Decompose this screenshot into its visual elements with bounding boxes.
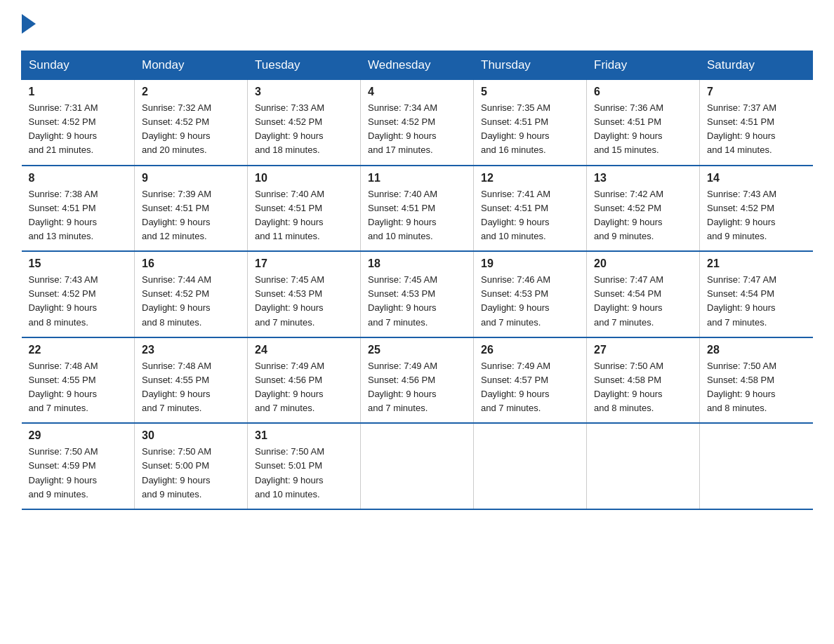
- day-number: 18: [368, 257, 466, 270]
- daylight-minutes: and 15 minutes.: [594, 145, 659, 155]
- day-info: Sunrise: 7:37 AM Sunset: 4:51 PM Dayligh…: [707, 101, 806, 158]
- sunrise-label: Sunrise: 7:43 AM: [29, 274, 98, 285]
- calendar-cell: [700, 423, 813, 509]
- sunset-label: Sunset: 4:59 PM: [29, 460, 96, 471]
- day-number: 17: [255, 257, 353, 270]
- day-info: Sunrise: 7:43 AM Sunset: 4:52 PM Dayligh…: [29, 273, 128, 330]
- sunset-label: Sunset: 4:52 PM: [29, 288, 96, 299]
- day-info: Sunrise: 7:35 AM Sunset: 4:51 PM Dayligh…: [481, 101, 579, 158]
- sunset-label: Sunset: 4:51 PM: [255, 203, 322, 213]
- weekday-header-sunday: Sunday: [22, 51, 135, 80]
- daylight-minutes: and 9 minutes.: [594, 231, 654, 241]
- daylight-minutes: and 9 minutes.: [142, 489, 201, 499]
- day-number: 2: [142, 86, 240, 98]
- day-info: Sunrise: 7:43 AM Sunset: 4:52 PM Dayligh…: [707, 187, 806, 244]
- sunrise-label: Sunrise: 7:49 AM: [255, 361, 324, 371]
- daylight-minutes: and 7 minutes.: [481, 403, 541, 413]
- daylight-minutes: and 10 minutes.: [481, 231, 546, 241]
- daylight-label: Daylight: 9 hours: [29, 475, 98, 485]
- sunset-label: Sunset: 4:51 PM: [594, 116, 661, 127]
- calendar-cell: 10 Sunrise: 7:40 AM Sunset: 4:51 PM Dayl…: [248, 166, 361, 252]
- day-info: Sunrise: 7:39 AM Sunset: 4:51 PM Dayligh…: [142, 187, 240, 244]
- day-info: Sunrise: 7:38 AM Sunset: 4:51 PM Dayligh…: [29, 187, 128, 244]
- calendar-cell: 6 Sunrise: 7:36 AM Sunset: 4:51 PM Dayli…: [587, 80, 700, 166]
- sunrise-label: Sunrise: 7:45 AM: [255, 274, 324, 285]
- daylight-minutes: and 10 minutes.: [368, 231, 433, 241]
- day-info: Sunrise: 7:47 AM Sunset: 4:54 PM Dayligh…: [707, 273, 806, 330]
- day-info: Sunrise: 7:49 AM Sunset: 4:56 PM Dayligh…: [368, 359, 466, 416]
- daylight-label: Daylight: 9 hours: [368, 217, 437, 227]
- day-number: 25: [368, 344, 466, 356]
- daylight-label: Daylight: 9 hours: [255, 130, 324, 141]
- sunset-label: Sunset: 4:51 PM: [481, 116, 548, 127]
- weekday-header-wednesday: Wednesday: [361, 51, 474, 80]
- sunset-label: Sunset: 4:52 PM: [368, 116, 435, 127]
- day-info: Sunrise: 7:31 AM Sunset: 4:52 PM Dayligh…: [29, 101, 128, 158]
- calendar-cell: 29 Sunrise: 7:50 AM Sunset: 4:59 PM Dayl…: [22, 423, 135, 509]
- sunrise-label: Sunrise: 7:50 AM: [707, 361, 776, 371]
- calendar-cell: 15 Sunrise: 7:43 AM Sunset: 4:52 PM Dayl…: [22, 251, 135, 337]
- daylight-minutes: and 9 minutes.: [29, 489, 88, 499]
- page-header: [21, 14, 813, 36]
- day-info: Sunrise: 7:48 AM Sunset: 4:55 PM Dayligh…: [29, 359, 128, 416]
- daylight-minutes: and 7 minutes.: [142, 403, 201, 413]
- sunrise-label: Sunrise: 7:39 AM: [142, 189, 211, 199]
- sunrise-label: Sunrise: 7:47 AM: [594, 274, 663, 285]
- calendar-cell: 11 Sunrise: 7:40 AM Sunset: 4:51 PM Dayl…: [361, 166, 474, 252]
- day-info: Sunrise: 7:33 AM Sunset: 4:52 PM Dayligh…: [255, 101, 353, 158]
- logo-arrow-icon: [22, 14, 36, 36]
- calendar-cell: 18 Sunrise: 7:45 AM Sunset: 4:53 PM Dayl…: [361, 251, 474, 337]
- calendar-cell: 25 Sunrise: 7:49 AM Sunset: 4:56 PM Dayl…: [361, 337, 474, 424]
- daylight-label: Daylight: 9 hours: [594, 302, 663, 313]
- sunset-label: Sunset: 4:54 PM: [707, 288, 774, 299]
- day-info: Sunrise: 7:50 AM Sunset: 4:58 PM Dayligh…: [594, 359, 692, 416]
- sunset-label: Sunset: 4:54 PM: [594, 288, 661, 299]
- sunset-label: Sunset: 4:55 PM: [29, 375, 96, 385]
- day-info: Sunrise: 7:40 AM Sunset: 4:51 PM Dayligh…: [368, 187, 466, 244]
- day-number: 31: [255, 429, 353, 442]
- calendar-cell: 23 Sunrise: 7:48 AM Sunset: 4:55 PM Dayl…: [135, 337, 248, 424]
- calendar-cell: [361, 423, 474, 509]
- calendar-cell: 28 Sunrise: 7:50 AM Sunset: 4:58 PM Dayl…: [700, 337, 813, 424]
- sunset-label: Sunset: 4:52 PM: [142, 288, 209, 299]
- daylight-label: Daylight: 9 hours: [255, 302, 324, 313]
- daylight-label: Daylight: 9 hours: [29, 389, 98, 399]
- calendar-cell: 2 Sunrise: 7:32 AM Sunset: 4:52 PM Dayli…: [135, 80, 248, 166]
- daylight-minutes: and 11 minutes.: [255, 231, 320, 241]
- day-number: 21: [707, 257, 806, 270]
- daylight-minutes: and 21 minutes.: [29, 145, 94, 155]
- daylight-minutes: and 20 minutes.: [142, 145, 207, 155]
- daylight-label: Daylight: 9 hours: [255, 389, 324, 399]
- daylight-label: Daylight: 9 hours: [255, 217, 324, 227]
- day-info: Sunrise: 7:47 AM Sunset: 4:54 PM Dayligh…: [594, 273, 692, 330]
- sunset-label: Sunset: 4:53 PM: [255, 288, 322, 299]
- day-info: Sunrise: 7:42 AM Sunset: 4:52 PM Dayligh…: [594, 187, 692, 244]
- day-number: 23: [142, 344, 240, 356]
- day-number: 22: [29, 344, 128, 356]
- calendar-cell: 31 Sunrise: 7:50 AM Sunset: 5:01 PM Dayl…: [248, 423, 361, 509]
- daylight-minutes: and 7 minutes.: [368, 403, 428, 413]
- sunrise-label: Sunrise: 7:37 AM: [707, 102, 776, 113]
- day-info: Sunrise: 7:49 AM Sunset: 4:57 PM Dayligh…: [481, 359, 579, 416]
- sunset-label: Sunset: 4:57 PM: [481, 375, 548, 385]
- calendar-cell: 7 Sunrise: 7:37 AM Sunset: 4:51 PM Dayli…: [700, 80, 813, 166]
- day-number: 1: [29, 86, 128, 98]
- sunset-label: Sunset: 4:51 PM: [368, 203, 435, 213]
- weekday-header-row: SundayMondayTuesdayWednesdayThursdayFrid…: [22, 51, 813, 80]
- sunrise-label: Sunrise: 7:50 AM: [142, 446, 211, 457]
- sunset-label: Sunset: 4:51 PM: [29, 203, 96, 213]
- calendar-cell: 9 Sunrise: 7:39 AM Sunset: 4:51 PM Dayli…: [135, 166, 248, 252]
- calendar-cell: 17 Sunrise: 7:45 AM Sunset: 4:53 PM Dayl…: [248, 251, 361, 337]
- sunrise-label: Sunrise: 7:49 AM: [368, 361, 437, 371]
- day-info: Sunrise: 7:50 AM Sunset: 4:59 PM Dayligh…: [29, 445, 128, 502]
- daylight-minutes: and 8 minutes.: [707, 403, 767, 413]
- sunrise-label: Sunrise: 7:43 AM: [707, 189, 776, 199]
- calendar-cell: 24 Sunrise: 7:49 AM Sunset: 4:56 PM Dayl…: [248, 337, 361, 424]
- day-number: 11: [368, 172, 466, 185]
- day-info: Sunrise: 7:50 AM Sunset: 5:00 PM Dayligh…: [142, 445, 240, 502]
- day-number: 29: [29, 429, 128, 442]
- sunset-label: Sunset: 4:51 PM: [142, 203, 209, 213]
- daylight-label: Daylight: 9 hours: [594, 130, 663, 141]
- sunrise-label: Sunrise: 7:38 AM: [29, 189, 98, 199]
- daylight-label: Daylight: 9 hours: [707, 130, 776, 141]
